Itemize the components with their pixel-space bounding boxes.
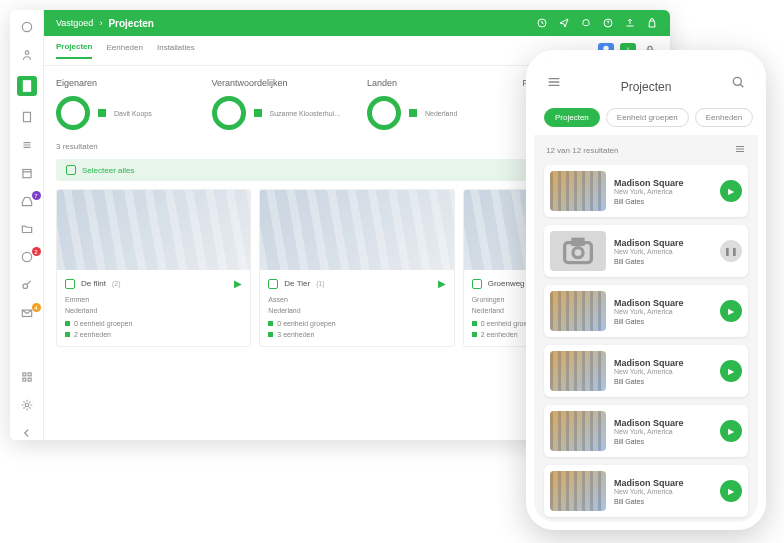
sidebar-mail-icon[interactable]: 4 <box>20 306 34 320</box>
select-all-checkbox[interactable] <box>66 165 76 175</box>
card-checkbox[interactable] <box>472 279 482 289</box>
project-card[interactable]: De Tier(1)▶ Assen Nederland 0 eenheid gr… <box>259 189 454 347</box>
phone-notch <box>601 58 691 74</box>
donut-chart <box>212 96 246 130</box>
list-item[interactable]: Madison SquareNew York, AmericaBill Gate… <box>544 225 748 277</box>
svg-rect-7 <box>22 170 30 178</box>
svg-line-25 <box>740 84 743 87</box>
card-count: (2) <box>112 280 121 287</box>
list-action-button[interactable]: ▶ <box>720 300 742 322</box>
card-groups: 0 eenheid groepen <box>277 320 335 327</box>
sidebar-grid-icon[interactable] <box>20 370 34 384</box>
list-title: Madison Square <box>614 238 712 248</box>
list-text: Madison SquareNew York, AmericaBill Gate… <box>614 478 712 505</box>
list-item[interactable]: Madison SquareNew York, AmericaBill Gate… <box>544 165 748 217</box>
phone-results-bar: 12 van 12 resultaten <box>534 135 758 165</box>
list-owner: Bill Gates <box>614 438 712 445</box>
card-units: 2 eenheden <box>481 331 518 338</box>
list-action-button[interactable]: ▶ <box>720 360 742 382</box>
donut-chart <box>367 96 401 130</box>
legend-label: Nederland <box>425 110 457 117</box>
list-item[interactable]: Madison SquareNew York, AmericaBill Gate… <box>544 285 748 337</box>
list-title: Madison Square <box>614 418 712 428</box>
list-item[interactable]: Madison SquareNew York, AmericaBill Gate… <box>544 405 748 457</box>
list-owner: Bill Gates <box>614 318 712 325</box>
meta-dot-icon <box>268 332 273 337</box>
stat-title: Landen <box>367 78 503 88</box>
phone-results-count: 12 van 12 resultaten <box>546 146 619 155</box>
chevron-right-icon: › <box>99 18 102 28</box>
list-owner: Bill Gates <box>614 498 712 505</box>
legend-label: Davit Koops <box>114 110 152 117</box>
svg-rect-2 <box>22 80 30 92</box>
list-title: Madison Square <box>614 358 712 368</box>
list-action-button[interactable]: ▶ <box>720 420 742 442</box>
list-item[interactable]: Madison SquareNew York, AmericaBill Gate… <box>544 345 748 397</box>
list-thumb <box>550 231 606 271</box>
list-item[interactable]: Madison SquareNew York, AmericaBill Gate… <box>544 465 748 517</box>
sidebar-gear-icon[interactable] <box>20 398 34 412</box>
chip-groepen[interactable]: Eenheid groepen <box>606 108 689 127</box>
list-title: Madison Square <box>614 478 712 488</box>
chips-row: Projecten Eenheid groepen Eenheden Insta… <box>534 100 758 135</box>
chip-eenheden[interactable]: Eenheden <box>695 108 753 127</box>
breadcrumb-parent[interactable]: Vastgoed <box>56 18 93 28</box>
list-title: Madison Square <box>614 298 712 308</box>
svg-point-10 <box>22 284 27 289</box>
card-checkbox[interactable] <box>65 279 75 289</box>
breadcrumb-current: Projecten <box>108 18 154 29</box>
list-view-icon[interactable] <box>734 143 746 157</box>
tab-eenheden[interactable]: Eenheden <box>106 43 142 58</box>
play-icon[interactable]: ▶ <box>438 278 446 289</box>
card-count: (1) <box>316 280 325 287</box>
badge: 2 <box>32 247 41 256</box>
list-text: Madison SquareNew York, AmericaBill Gate… <box>614 178 712 205</box>
sidebar-alert-icon[interactable]: 2 <box>20 250 34 264</box>
bell-icon[interactable] <box>580 17 592 29</box>
sidebar-doc-icon[interactable] <box>20 110 34 124</box>
svg-rect-3 <box>23 112 30 121</box>
phone-mockup: Projecten Projecten Eenheid groepen Eenh… <box>526 50 766 530</box>
sidebar-key-icon[interactable] <box>20 278 34 292</box>
history-icon[interactable] <box>536 17 548 29</box>
search-icon[interactable] <box>730 74 746 94</box>
svg-point-1 <box>25 51 29 55</box>
send-icon[interactable] <box>558 17 570 29</box>
bag-icon[interactable] <box>646 17 658 29</box>
sidebar-list-icon[interactable] <box>20 138 34 152</box>
svg-point-30 <box>573 248 583 258</box>
sidebar-calendar-icon[interactable] <box>20 166 34 180</box>
sidebar-collapse-icon[interactable] <box>20 426 34 440</box>
list-action-button[interactable]: ▶ <box>720 180 742 202</box>
card-country: Nederland <box>268 306 445 317</box>
play-icon[interactable]: ▶ <box>234 278 242 289</box>
list-action-button[interactable]: ❚❚ <box>720 240 742 262</box>
stat-title: Verantwoordelijken <box>212 78 348 88</box>
list-title: Madison Square <box>614 178 712 188</box>
project-card[interactable]: De flint(2)▶ Emmen Nederland 0 eenheid g… <box>56 189 251 347</box>
meta-dot-icon <box>65 321 70 326</box>
svg-point-0 <box>22 22 31 31</box>
list-action-button[interactable]: ▶ <box>720 480 742 502</box>
tab-projecten[interactable]: Projecten <box>56 42 92 59</box>
svg-rect-15 <box>28 378 31 381</box>
stat-landen: Landen Nederland <box>367 78 503 130</box>
sidebar-folder-icon[interactable] <box>20 222 34 236</box>
sidebar-user-icon[interactable] <box>20 48 34 62</box>
sidebar-building-icon[interactable] <box>17 76 37 96</box>
sidebar-inbox-icon[interactable]: 7 <box>20 194 34 208</box>
list-text: Madison SquareNew York, AmericaBill Gate… <box>614 358 712 385</box>
chip-projecten[interactable]: Projecten <box>544 108 600 127</box>
list-sub: New York, America <box>614 368 712 375</box>
card-checkbox[interactable] <box>268 279 278 289</box>
help-icon[interactable] <box>602 17 614 29</box>
badge: 4 <box>32 303 41 312</box>
phone-list[interactable]: Madison SquareNew York, AmericaBill Gate… <box>534 165 758 522</box>
export-icon[interactable] <box>624 17 636 29</box>
card-country: Nederland <box>65 306 242 317</box>
tab-installaties[interactable]: Installaties <box>157 43 195 58</box>
list-thumb <box>550 471 606 511</box>
sidebar-home-icon[interactable] <box>20 20 34 34</box>
hamburger-icon[interactable] <box>546 74 562 94</box>
legend-label: Suzanne Kloosterhui… <box>270 110 342 117</box>
